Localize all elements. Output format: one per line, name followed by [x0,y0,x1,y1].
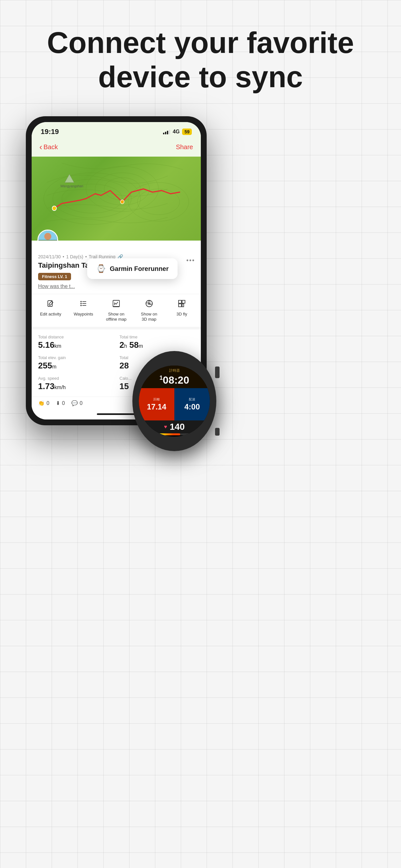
total-time-value: 2h 58m [120,340,194,350]
status-bar: 19:19 4G 59 [32,122,201,140]
svg-point-19 [81,303,82,304]
back-chevron-icon: ‹ [39,142,42,152]
avatar-image [38,230,57,241]
svg-rect-27 [179,300,181,303]
clap-stat: 👏 0 [38,400,50,406]
download-count: 0 [62,400,65,406]
garmin-tooltip: ⌚ Garmin Forerunner [87,258,178,279]
heart-rate-value: 140 [169,422,185,432]
watch-distance-cell: 距離 17.14 [139,388,174,421]
watch-pace-cell: 配速 4:00 [174,388,210,421]
activity-duration: 1 Day(s) [66,254,83,259]
network-label: 4G [173,129,180,135]
watch-timer-display: 108:20 [139,374,210,388]
3d-map-icon: 3D [145,299,153,310]
more-options-button[interactable]: ••• [186,257,195,264]
watch-pace-label: 配速 [189,397,195,402]
svg-point-5 [104,178,141,200]
signal-bar-2 [165,132,166,134]
how-was-trail: How was the t... [38,283,194,289]
edit-icon [47,299,55,310]
signal-bar-4 [169,130,170,134]
heart-icon: ♥ [164,424,167,430]
watch-body: 計時器 108:20 距離 17.14 配速 4:00 [132,351,216,451]
total-elev-value: 255m [38,361,113,371]
watch-crown-top [215,367,220,378]
device-showcase: 19:19 4G 59 ‹ [26,116,375,425]
watch-progress-bar [145,433,204,435]
share-label: Share [176,144,193,151]
total-distance-label: Total distance [38,335,113,339]
share-button[interactable]: Share [176,144,193,151]
waypoints-icon [79,299,88,310]
back-button[interactable]: ‹ Back [39,142,58,152]
activity-date: 2024/11/30 [38,254,61,259]
watch-distance-value: 17.14 [147,402,166,411]
status-right: 4G 59 [163,128,192,135]
hero-line2: device to sync [19,60,382,94]
download-icon: ⬇ [56,400,60,406]
status-time: 19:19 [41,128,59,136]
nav-bar: ‹ Back Share [32,140,201,157]
svg-rect-29 [179,304,181,307]
svg-rect-28 [182,300,185,303]
comment-count: 0 [80,400,83,406]
total-distance-value: 5.16km [38,340,113,350]
watch-data-grid: 距離 17.14 配速 4:00 [139,388,210,421]
watch-screen: 計時器 108:20 距離 17.14 配速 4:00 [139,366,210,437]
svg-point-9 [120,200,124,204]
svg-rect-13 [38,240,57,241]
watch-timer-label: 計時器 [140,368,209,373]
svg-text:3D: 3D [148,303,151,306]
svg-rect-30 [182,304,184,307]
avg-speed-stat: Avg. speed 1.73km/h [38,376,113,392]
svg-point-3 [86,166,158,212]
home-bar [97,413,135,415]
waypoints-label: Waypoints [73,312,93,316]
comment-icon: 💬 [71,400,78,406]
svg-rect-23 [113,300,120,307]
map-area[interactable]: Wangyangshan [32,157,201,241]
meta-dot1: • [63,254,64,259]
download-stat: ⬇ 0 [56,400,65,406]
watch-pace-value: 4:00 [184,402,200,411]
signal-bar-1 [163,133,164,134]
edit-activity-button[interactable]: Edit activity [34,299,67,321]
svg-point-21 [81,305,82,306]
svg-text:Wangyangshan: Wangyangshan [60,184,83,188]
3d-map-label: Show on3D map [141,312,157,321]
hero-text: Connect your favorite device to sync [0,26,401,94]
garmin-label: Garmin Forerunner [110,265,168,273]
svg-point-8 [52,206,57,211]
meta-dot2: • [85,254,87,259]
trail-svg: Wangyangshan [32,157,201,241]
hero-line1: Connect your favorite [19,26,382,60]
total-elev-stat: Total elev. gain 255m [38,355,113,371]
svg-point-14 [44,233,51,240]
offline-map-label: Show onoffline map [106,312,126,321]
smartwatch: 計時器 108:20 距離 17.14 配速 4:00 [132,351,216,451]
comment-stat: 💬 0 [71,400,83,406]
watch-distance-label: 距離 [153,397,160,402]
back-label: Back [43,144,58,151]
fitness-badge: Fitness LV. 1 [38,273,71,280]
offline-map-icon [112,299,120,310]
clap-count: 0 [47,400,50,406]
total-distance-stat: Total distance 5.16km [38,335,113,350]
clap-icon: 👏 [38,400,44,406]
waypoints-button[interactable]: Waypoints [67,299,100,321]
total-elev-label: Total elev. gain [38,355,113,360]
show-3d-map-button[interactable]: 3D Show on3D map [133,299,166,321]
3d-fly-button[interactable]: 3D fly [165,299,198,321]
battery-indicator: 59 [182,128,192,135]
edit-activity-label: Edit activity [40,312,61,316]
3d-fly-label: 3D fly [177,312,187,316]
signal-bars [163,129,170,134]
watch-crown-bottom [215,428,220,436]
watch-progress-fill [145,433,180,435]
watch-heart-section: ♥ 140 [139,421,210,433]
3d-fly-icon [178,299,186,310]
watch-timer-value: 08:20 [163,374,189,386]
garmin-watch-icon: ⌚ [96,264,106,273]
show-offline-map-button[interactable]: Show onoffline map [100,299,133,321]
